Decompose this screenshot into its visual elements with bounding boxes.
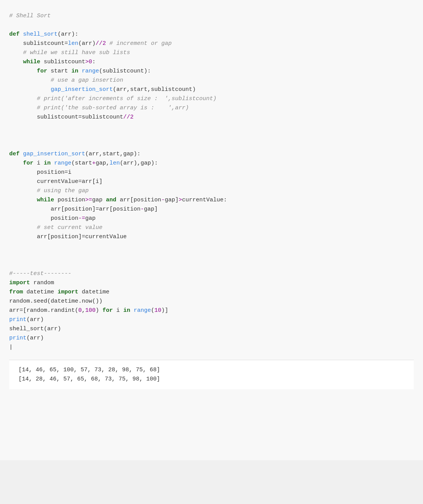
code-line: shell_sort(arr) [9, 324, 414, 334]
code-line: for start in range(sublistcount): [9, 67, 414, 76]
code-line [9, 260, 414, 269]
code-line [9, 251, 414, 260]
code-line: # while we still have sub lists [9, 48, 414, 58]
code-line: currentValue=arr[i] [9, 177, 414, 186]
output-section: [14, 46, 65, 100, 57, 73, 28, 98, 75, 68… [9, 360, 414, 389]
code-line [9, 21, 414, 30]
code-line: # set current value [9, 223, 414, 232]
code-line: # using the gap [9, 186, 414, 196]
code-line: for i in range(start+gap,len(arr),gap): [9, 159, 414, 168]
code-line: #-----test-------- [9, 269, 414, 278]
code-container: # Shell Sort def shell_sort(arr): sublis… [0, 0, 423, 460]
code-line: sublistcount=sublistcount//2 [9, 113, 414, 122]
code-line: # print('the sub-sorted array is : ',arr… [9, 104, 414, 113]
code-line: arr=[random.randint(0,100) for i in rang… [9, 306, 414, 315]
code-line [9, 242, 414, 251]
code-line: arr[position]=arr[position-gap] [9, 205, 414, 214]
code-line [9, 140, 414, 150]
code-line [9, 122, 414, 131]
code-line: print(arr) [9, 334, 414, 343]
code-line: random.seed(datetime.now()) [9, 297, 414, 306]
code-line: # Shell Sort [9, 12, 414, 21]
code-line: sublistcount=len(arr)//2 # increment or … [9, 39, 414, 48]
code-line: gap_insertion_sort(arr,start,sublistcoun… [9, 85, 414, 94]
output-line-2: [14, 28, 46, 57, 65, 68, 73, 75, 98, 100… [18, 375, 405, 384]
code-line: arr[position]=currentValue [9, 232, 414, 242]
code-line: # use a gap insertion [9, 76, 414, 85]
output-line-1: [14, 46, 65, 100, 57, 73, 28, 98, 75, 68… [18, 366, 405, 375]
cursor-line: | [9, 343, 414, 352]
code-line: print(arr) [9, 315, 414, 324]
code-line: def gap_insertion_sort(arr,start,gap): [9, 150, 414, 159]
code-line: from datetime import datetime [9, 288, 414, 297]
code-block: # Shell Sort def shell_sort(arr): sublis… [9, 8, 414, 356]
code-line: def shell_sort(arr): [9, 30, 414, 39]
code-line: position-=gap [9, 214, 414, 223]
code-line: # print('after increments of size : ',su… [9, 94, 414, 104]
code-line [9, 131, 414, 140]
code-line: while sublistcount>0: [9, 58, 414, 67]
code-line: position=i [9, 168, 414, 177]
code-line: while position>=gap and arr[position-gap… [9, 196, 414, 205]
code-line: import random [9, 278, 414, 288]
